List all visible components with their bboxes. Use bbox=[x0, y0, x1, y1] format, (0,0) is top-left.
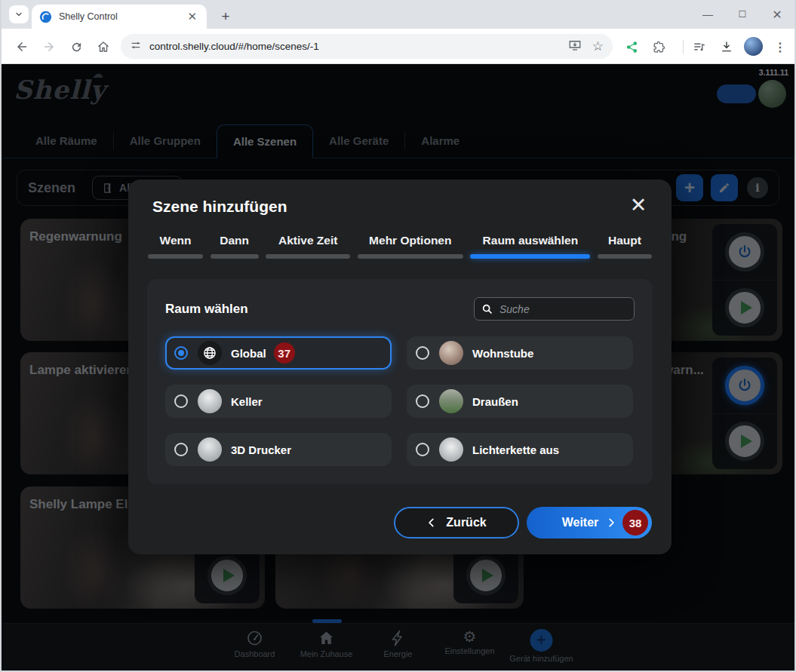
browser-tab[interactable]: Shelly Control ✕ bbox=[32, 5, 207, 29]
room-photo-avatar bbox=[439, 341, 463, 365]
shelly-favicon-icon bbox=[39, 11, 52, 23]
modal-close-icon[interactable]: ✕ bbox=[626, 193, 650, 217]
room-option-keller[interactable]: Keller bbox=[165, 385, 392, 418]
back-icon[interactable] bbox=[12, 37, 32, 57]
bookmark-star-icon[interactable]: ☆ bbox=[592, 38, 604, 54]
new-tab-icon[interactable]: + bbox=[216, 7, 235, 26]
mark-badge: 37 bbox=[274, 342, 295, 364]
close-icon[interactable]: ✕ bbox=[760, 0, 794, 29]
room-label: Global bbox=[231, 347, 266, 360]
room-photo-avatar bbox=[439, 389, 463, 413]
step-dann[interactable]: Dann bbox=[211, 234, 259, 259]
next-button[interactable]: Weiter 38 bbox=[527, 507, 652, 539]
forward-icon[interactable] bbox=[39, 37, 59, 57]
radio[interactable] bbox=[416, 394, 429, 408]
site-settings-icon[interactable] bbox=[130, 39, 142, 54]
back-button[interactable]: Zurück bbox=[394, 507, 519, 539]
minimize-icon[interactable]: — bbox=[690, 0, 725, 29]
room-photo-avatar bbox=[439, 437, 463, 462]
room-label: Keller bbox=[231, 395, 263, 408]
back-label: Zurück bbox=[446, 516, 486, 529]
radio-selected[interactable] bbox=[174, 346, 188, 360]
radio[interactable] bbox=[174, 394, 188, 408]
tab-search-chevron-icon[interactable] bbox=[9, 5, 29, 23]
profile-avatar[interactable] bbox=[744, 37, 763, 56]
menu-dots-icon[interactable]: ⋮ bbox=[770, 37, 790, 57]
home-icon[interactable] bbox=[94, 37, 113, 57]
room-photo-avatar bbox=[198, 389, 222, 413]
step-wenn[interactable]: Wenn bbox=[148, 234, 203, 259]
room-option-global[interactable]: Global 37 bbox=[165, 336, 392, 370]
browser-tabstrip: Shelly Control ✕ + — ☐ ✕ bbox=[2, 0, 794, 29]
add-scene-modal: Szene hinzufügen ✕ Wenn Dann Aktive Zeit… bbox=[128, 180, 672, 554]
step-mehr-optionen[interactable]: Mehr Optionen bbox=[358, 234, 463, 259]
toolbar-divider bbox=[683, 40, 684, 54]
search-input[interactable] bbox=[499, 303, 627, 315]
browser-toolbar: control.shelly.cloud/#/home/scenes/-1 ☆ … bbox=[2, 29, 794, 64]
install-icon[interactable] bbox=[568, 38, 582, 55]
radio[interactable] bbox=[174, 443, 188, 456]
mark-badge: 38 bbox=[622, 510, 648, 535]
maximize-icon[interactable]: ☐ bbox=[725, 0, 760, 29]
step-haupt[interactable]: Haupt bbox=[598, 234, 652, 259]
address-bar[interactable]: control.shelly.cloud/#/home/scenes/-1 ☆ bbox=[121, 34, 613, 59]
radio[interactable] bbox=[416, 346, 429, 360]
room-option-draussen[interactable]: Draußen bbox=[407, 385, 633, 418]
tab-title: Shelly Control bbox=[59, 11, 185, 22]
download-icon[interactable] bbox=[717, 37, 736, 57]
section-title: Raum wählen bbox=[165, 302, 248, 317]
reload-icon[interactable] bbox=[66, 37, 86, 57]
room-photo-avatar bbox=[198, 437, 222, 462]
chevron-left-icon bbox=[426, 517, 437, 528]
shelly-page: 3.111.11 Shelly ☁ Alle Räume Alle Gruppe… bbox=[2, 64, 794, 671]
url-text: control.shelly.cloud/#/home/scenes/-1 bbox=[149, 41, 568, 52]
room-search bbox=[474, 297, 635, 321]
chevron-right-icon bbox=[606, 517, 616, 528]
browser-window: Shelly Control ✕ + — ☐ ✕ control.shelly.… bbox=[0, 0, 796, 672]
globe-icon bbox=[198, 341, 222, 365]
room-label: Lichterkette aus bbox=[472, 443, 559, 456]
radio[interactable] bbox=[416, 443, 429, 456]
wizard-steps: Wenn Dann Aktive Zeit Mehr Optionen Raum… bbox=[148, 234, 652, 259]
search-icon bbox=[481, 303, 493, 315]
room-label: 3D Drucker bbox=[231, 443, 291, 456]
media-controls-icon[interactable] bbox=[690, 37, 709, 57]
room-options: Global 37 Wohnstube Keller bbox=[165, 336, 633, 466]
step-aktive-zeit[interactable]: Aktive Zeit bbox=[266, 234, 350, 259]
room-option-lichterkette-aus[interactable]: Lichterkette aus bbox=[407, 433, 633, 466]
room-label: Wohnstube bbox=[472, 347, 533, 360]
room-option-wohnstube[interactable]: Wohnstube bbox=[407, 336, 633, 370]
tab-close-icon[interactable]: ✕ bbox=[185, 10, 199, 23]
next-label: Weiter bbox=[562, 516, 599, 529]
step-raum-auswaehlen[interactable]: Raum auswählen bbox=[470, 234, 590, 259]
room-label: Draußen bbox=[472, 395, 518, 408]
share-icon[interactable] bbox=[622, 37, 641, 57]
room-option-3d-drucker[interactable]: 3D Drucker bbox=[165, 433, 392, 466]
extensions-icon[interactable] bbox=[649, 37, 668, 57]
room-select-panel: Raum wählen Global 37 bbox=[147, 279, 653, 484]
modal-title: Szene hinzufügen bbox=[152, 198, 287, 216]
